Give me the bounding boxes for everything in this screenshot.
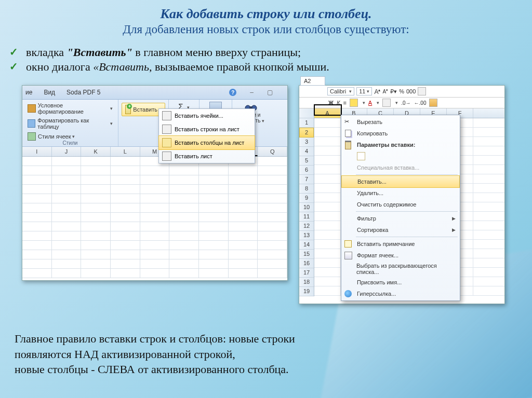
currency-icon[interactable]: ₽▾ — [390, 88, 397, 95]
grid-row[interactable] — [22, 194, 287, 203]
row-header-11[interactable]: 11 — [299, 212, 314, 222]
row-header-14[interactable]: 14 — [299, 240, 314, 250]
ctx-paste-option-btn[interactable] — [341, 150, 460, 162]
ctx-pick-from-list[interactable]: Выбрать из раскрывающегося списка... — [341, 261, 460, 277]
grid-row[interactable] — [22, 259, 287, 269]
screenshot-ribbon-insert: ие Вид Soda PDF 5 ? – ▢ Условное формати… — [22, 85, 288, 281]
ctx-insert-comment[interactable]: Вставить примечание — [341, 238, 460, 250]
ctx-name-label: Присвоить имя... — [357, 279, 402, 285]
window-restore-icon[interactable]: ▢ — [267, 89, 273, 96]
ctx-define-name[interactable]: Присвоить имя... — [341, 277, 460, 288]
grid-row[interactable] — [22, 185, 287, 194]
insert-rows-item[interactable]: Вставить строки на лист — [159, 122, 255, 136]
row-header-13[interactable]: 13 — [299, 231, 314, 240]
row-header-9[interactable]: 9 — [299, 194, 314, 203]
format-cells-icon — [344, 252, 352, 259]
row-header-1[interactable]: 1 — [299, 118, 314, 128]
grid-row[interactable] — [22, 222, 287, 231]
row-header-6[interactable]: 6 — [299, 166, 314, 175]
row-header-12[interactable]: 12 — [299, 222, 314, 231]
bullet-1: ✓ вкладка "Вставить" в главном меню ввер… — [9, 46, 532, 59]
grid-row[interactable] — [22, 241, 287, 250]
col-I[interactable]: I — [22, 147, 52, 156]
scissors-icon: ✂ — [344, 118, 352, 126]
insert-rows-label: Вставить строки на лист — [175, 126, 240, 132]
col-K[interactable]: K — [81, 147, 111, 156]
align-icon[interactable]: ≡ — [343, 100, 346, 106]
ctx-clear[interactable]: Очистить содержимое — [341, 199, 460, 210]
insert-columns-label: Вставить столбцы на лист — [175, 140, 244, 146]
ctx-filter[interactable]: Фильтр▶ — [341, 213, 460, 224]
ctx-paste-special-label: Специальная вставка... — [357, 164, 419, 171]
borders-icon[interactable] — [382, 99, 391, 107]
ctx-hyperlink[interactable]: Гиперссылка... — [341, 288, 460, 299]
grid-row[interactable] — [22, 175, 287, 185]
submenu-arrow-icon: ▶ — [452, 216, 456, 221]
help-icon[interactable]: ? — [229, 89, 236, 96]
conditional-formatting-button[interactable]: Условное форматирование▾ — [25, 101, 115, 116]
grid-row[interactable] — [22, 166, 287, 175]
grid-row[interactable] — [22, 250, 287, 259]
thousands-icon[interactable]: 000 — [406, 88, 416, 94]
row-header-7[interactable]: 7 — [299, 175, 314, 184]
borders-icon[interactable] — [418, 87, 426, 95]
font-size-dropdown[interactable]: 11 ▾ — [356, 87, 372, 95]
name-box[interactable]: A2 — [300, 76, 325, 86]
row-header-8[interactable]: 8 — [299, 184, 314, 194]
font-color-icon[interactable]: А — [368, 100, 372, 106]
row-header-10[interactable]: 10 — [299, 203, 314, 212]
worksheet-grid: I J K L M N O P Q — [22, 147, 287, 278]
ctx-separator — [356, 211, 458, 212]
row-header-2[interactable]: 2 — [299, 128, 314, 138]
ctx-insert-label: Вставить... — [357, 179, 387, 185]
window-min-icon[interactable]: – — [250, 89, 254, 96]
row-header-5[interactable]: 5 — [299, 156, 314, 166]
format-painter-icon[interactable] — [429, 99, 437, 107]
font-name-dropdown[interactable]: Calibri ▾ — [327, 87, 354, 95]
insert-cells-item[interactable]: Вставить ячейки... — [159, 109, 255, 122]
insert-cells-icon — [125, 105, 131, 114]
row-header-19[interactable]: 19 — [299, 287, 314, 296]
format-as-table-label: Форматировать как таблицу — [37, 117, 109, 130]
shrink-font-icon[interactable]: A▾ — [382, 88, 388, 94]
grid-row[interactable] — [22, 213, 287, 222]
tab-partial[interactable]: ие — [25, 89, 32, 96]
insert-dropdown-menu: Вставить ячейки... Вставить строки на ли… — [158, 108, 255, 163]
increase-decimal-icon[interactable]: ←.00 — [414, 100, 427, 106]
col-Q[interactable]: Q — [258, 147, 287, 156]
row-header-4[interactable]: 4 — [299, 147, 314, 156]
grid-row[interactable] — [22, 203, 287, 213]
ctx-sort[interactable]: Сортировка▶ — [341, 224, 460, 236]
ctx-sort-label: Сортировка — [357, 227, 388, 233]
ctx-cut[interactable]: ✂Вырезать — [341, 116, 460, 128]
col-L[interactable]: L — [111, 147, 140, 156]
fill-color-icon[interactable] — [350, 99, 358, 107]
insert-columns-item[interactable]: Вставить столбцы на лист — [158, 135, 255, 150]
decrease-decimal-icon[interactable]: .0→ — [401, 100, 410, 106]
insert-sheet-item[interactable]: Вставить лист — [159, 149, 255, 163]
mini-toolbar-row1: A2 Calibri ▾ 11 ▾ A▴ A▾ ₽▾ % 000 — [299, 86, 504, 98]
row-header-18[interactable]: 18 — [299, 278, 314, 287]
row-header-17[interactable]: 17 — [299, 268, 314, 278]
help-area: ? – ▢ — [229, 89, 284, 96]
conditional-formatting-label: Условное форматирование — [38, 102, 109, 115]
ctx-format-cells[interactable]: Формат ячеек... — [341, 250, 460, 261]
tab-view[interactable]: Вид — [44, 89, 55, 96]
tab-sodapdf[interactable]: Soda PDF 5 — [66, 89, 100, 96]
ctx-insert[interactable]: Вставить... — [341, 175, 460, 188]
ctx-delete[interactable]: Удалить... — [341, 187, 460, 199]
row-header-3[interactable]: 3 — [299, 138, 314, 147]
grid-row[interactable] — [22, 269, 287, 278]
col-J[interactable]: J — [52, 147, 82, 156]
grid-rows — [22, 157, 287, 278]
format-as-table-button[interactable]: Форматировать как таблицу▾ — [25, 116, 115, 131]
bullet2-prefix: окно диалога — [26, 60, 93, 73]
paste-values-icon[interactable] — [357, 152, 365, 160]
grow-font-icon[interactable]: A▴ — [374, 88, 380, 95]
row-header-16[interactable]: 16 — [299, 259, 314, 268]
ctx-copy[interactable]: Копировать — [341, 128, 460, 139]
ribbon-group-styles: Условное форматирование▾ Форматировать к… — [22, 100, 118, 146]
row-header-15[interactable]: 15 — [299, 250, 314, 259]
grid-row[interactable] — [22, 231, 287, 241]
percent-icon[interactable]: % — [399, 88, 404, 94]
